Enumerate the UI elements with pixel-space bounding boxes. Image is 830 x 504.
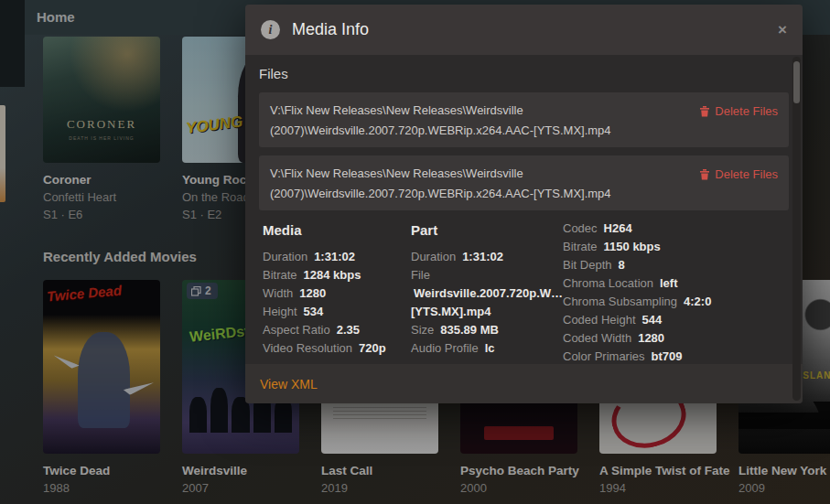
info-row: Bitrate1150 kbps bbox=[563, 238, 789, 256]
row-value: H264 bbox=[604, 221, 632, 235]
row-value: bt709 bbox=[652, 349, 683, 363]
modal-body: Files V:\Flix New Releases\New Releases\… bbox=[245, 55, 803, 364]
row-label: Size bbox=[411, 323, 434, 337]
row-label: Height bbox=[263, 305, 297, 318]
part-section: Part Duration1:31:02 File Weirdsville.20… bbox=[411, 221, 563, 364]
media-section: Media Duration1:31:02 Bitrate1284 kbps W… bbox=[259, 221, 411, 364]
row-label: Color Primaries bbox=[563, 349, 645, 363]
row-label: Bitrate bbox=[263, 268, 297, 282]
delete-files-label: Delete Files bbox=[715, 167, 778, 181]
info-row: Duration1:31:02 bbox=[263, 248, 411, 266]
row-value: 1280 bbox=[299, 286, 326, 300]
row-value: 2.35 bbox=[337, 323, 360, 337]
info-row: Coded Width1280 bbox=[563, 329, 789, 348]
delete-files-button[interactable]: Delete Files bbox=[699, 164, 778, 184]
file-value-line: [YTS.MX].mp4 bbox=[411, 303, 563, 321]
row-label: Width bbox=[263, 286, 293, 300]
modal-header: i Media Info × bbox=[245, 5, 803, 55]
view-xml-link[interactable]: View XML bbox=[260, 377, 318, 391]
info-row: Bit Depth8 bbox=[563, 256, 789, 274]
row-value: 8 bbox=[618, 258, 624, 272]
info-row: Color Primariesbt709 bbox=[563, 348, 789, 364]
modal-scrollbar-thumb[interactable] bbox=[793, 61, 800, 103]
row-label: Aspect Ratio bbox=[263, 323, 330, 337]
media-info-modal: i Media Info × Files V:\Flix New Release… bbox=[245, 5, 803, 403]
delete-files-button[interactable]: Delete Files bbox=[699, 101, 778, 121]
row-label: Duration bbox=[263, 250, 307, 263]
row-label: Duration bbox=[411, 250, 456, 263]
row-label: Coded Height bbox=[563, 313, 636, 327]
info-row: Aspect Ratio2.35 bbox=[263, 321, 411, 339]
row-value: 1150 kbps bbox=[604, 240, 661, 253]
info-row: Video Resolution720p bbox=[263, 339, 411, 358]
info-row: Duration1:31:02 bbox=[411, 248, 563, 266]
row-value: 835.89 MB bbox=[440, 323, 499, 337]
row-label: Audio Profile bbox=[411, 341, 479, 355]
row-label: Bit Depth bbox=[563, 258, 611, 272]
row-value: 1:31:02 bbox=[314, 250, 355, 263]
row-label: Codec bbox=[563, 221, 598, 235]
media-info-columns: Media Duration1:31:02 Bitrate1284 kbps W… bbox=[259, 221, 789, 364]
row-value: [YTS.MX].mp4 bbox=[411, 305, 490, 318]
info-row: File bbox=[411, 266, 563, 284]
info-icon: i bbox=[261, 20, 280, 39]
row-value: left bbox=[660, 276, 678, 290]
close-icon[interactable]: × bbox=[778, 22, 787, 38]
info-row: Audio Profilelc bbox=[411, 339, 563, 358]
info-row: Chroma Subsampling4:2:0 bbox=[563, 293, 789, 311]
file-path: V:\Flix New Releases\New Releases\Weirds… bbox=[270, 164, 684, 202]
part-section-heading: Part bbox=[411, 221, 563, 240]
info-row: Coded Height544 bbox=[563, 311, 789, 329]
info-row: Height534 bbox=[263, 303, 411, 321]
row-value: 720p bbox=[359, 341, 386, 355]
media-section-heading: Media bbox=[263, 221, 411, 240]
modal-scrollbar-track[interactable] bbox=[792, 57, 801, 401]
row-label: Video Resolution bbox=[263, 341, 352, 355]
plex-app: Home CORONER DEATH IS HER LIVING Coroner… bbox=[0, 0, 830, 504]
file-value-line: Weirdsville.2007.720p.W… bbox=[411, 284, 563, 303]
row-label: Coded Width bbox=[563, 331, 631, 345]
modal-footer: View XML bbox=[245, 364, 803, 403]
row-label: Chroma Subsampling bbox=[563, 295, 677, 308]
row-label: Bitrate bbox=[563, 240, 598, 253]
trash-icon bbox=[699, 168, 710, 180]
file-row: V:\Flix New Releases\New Releases\Weirds… bbox=[259, 155, 789, 210]
row-label: Chroma Location bbox=[563, 276, 653, 290]
file-path: V:\Flix New Releases\New Releases\Weirds… bbox=[270, 101, 684, 139]
row-value: 1:31:02 bbox=[462, 250, 503, 263]
info-row: Bitrate1284 kbps bbox=[263, 266, 411, 284]
row-value: 4:2:0 bbox=[684, 295, 711, 308]
row-value: 544 bbox=[642, 313, 663, 327]
info-row: Size835.89 MB bbox=[411, 321, 563, 339]
stream-section: CodecH264 Bitrate1150 kbps Bit Depth8 Ch… bbox=[563, 220, 789, 364]
file-row: V:\Flix New Releases\New Releases\Weirds… bbox=[259, 92, 789, 147]
row-value: 534 bbox=[304, 305, 324, 318]
row-value: lc bbox=[485, 341, 495, 355]
row-value: 1284 kbps bbox=[304, 268, 361, 282]
modal-title: Media Info bbox=[292, 20, 369, 39]
row-label: File bbox=[411, 268, 430, 282]
info-row: Chroma Locationleft bbox=[563, 274, 789, 293]
info-row: CodecH264 bbox=[563, 220, 789, 238]
row-value: 1280 bbox=[638, 331, 664, 345]
row-value: Weirdsville.2007.720p.W… bbox=[414, 286, 563, 300]
trash-icon bbox=[699, 105, 710, 117]
delete-files-label: Delete Files bbox=[715, 104, 778, 118]
files-heading: Files bbox=[259, 66, 789, 81]
info-row: Width1280 bbox=[263, 284, 411, 303]
